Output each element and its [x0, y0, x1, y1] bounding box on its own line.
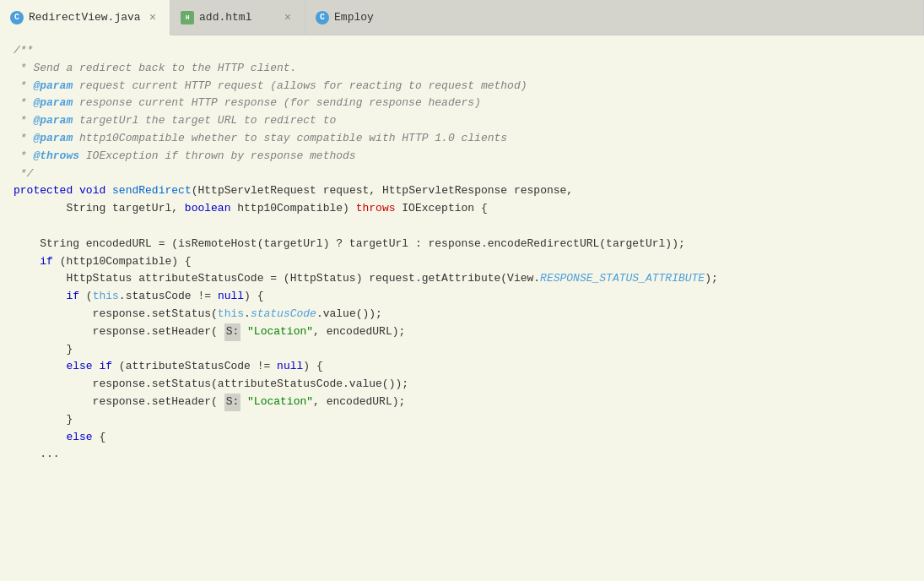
code-line-11	[0, 218, 924, 236]
code-line-4: * @param response current HTTP response …	[0, 95, 924, 112]
tab-label-add: add.html	[199, 11, 251, 24]
code-line-2: * Send a redirect back to the HTTP clien…	[0, 60, 924, 78]
code-line-18: }	[0, 341, 924, 359]
code-line-14: HttpStatus attributeStatusCode = (HttpSt…	[0, 270, 924, 288]
code-line-24: ...	[0, 446, 924, 464]
code-area: /** * Send a redirect back to the HTTP c…	[0, 35, 924, 581]
code-line-23: else {	[0, 429, 924, 447]
code-line-7: * @throws IOException if thrown by respo…	[0, 148, 924, 166]
code-line-10: String targetUrl, boolean http10Compatib…	[0, 200, 924, 218]
tab-bar: C RedirectView.java × H add.html × C Emp…	[0, 0, 924, 35]
code-line-15: if (this.statusCode != null) {	[0, 288, 924, 306]
code-line-19: else if (attributeStatusCode != null) {	[0, 358, 924, 376]
code-line-17: response.setHeader( S: "Location", encod…	[0, 323, 924, 341]
code-line-1: /**	[0, 42, 924, 60]
tab-label-redirect: RedirectView.java	[29, 11, 141, 24]
code-line-6: * @param http10Compatible whether to sta…	[0, 130, 924, 148]
html-icon: H	[181, 11, 194, 24]
code-line-9: protected void sendRedirect(HttpServletR…	[0, 182, 924, 200]
code-line-5: * @param targetUrl the target URL to red…	[0, 112, 924, 130]
code-line-8: */	[0, 166, 924, 183]
code-line-21: response.setHeader( S: "Location", encod…	[0, 394, 924, 411]
code-line-16: response.setStatus(this.statusCode.value…	[0, 306, 924, 323]
tab-label-employ: Employ	[334, 11, 374, 24]
tab-add-html[interactable]: H add.html ×	[170, 0, 305, 35]
code-line-22: }	[0, 411, 924, 429]
tab-close-add[interactable]: ×	[281, 9, 294, 26]
tab-redirect-view[interactable]: C RedirectView.java ×	[0, 0, 170, 35]
tab-close-redirect[interactable]: ×	[146, 9, 159, 26]
java-icon-1: C	[10, 11, 24, 24]
code-line-3: * @param request current HTTP request (a…	[0, 78, 924, 95]
code-line-12: String encodedURL = (isRemoteHost(target…	[0, 236, 924, 253]
java-icon-2: C	[316, 11, 329, 24]
tab-employ[interactable]: C Employ	[305, 0, 924, 35]
code-line-13: if (http10Compatible) {	[0, 253, 924, 271]
code-line-20: response.setStatus(attributeStatusCode.v…	[0, 376, 924, 394]
